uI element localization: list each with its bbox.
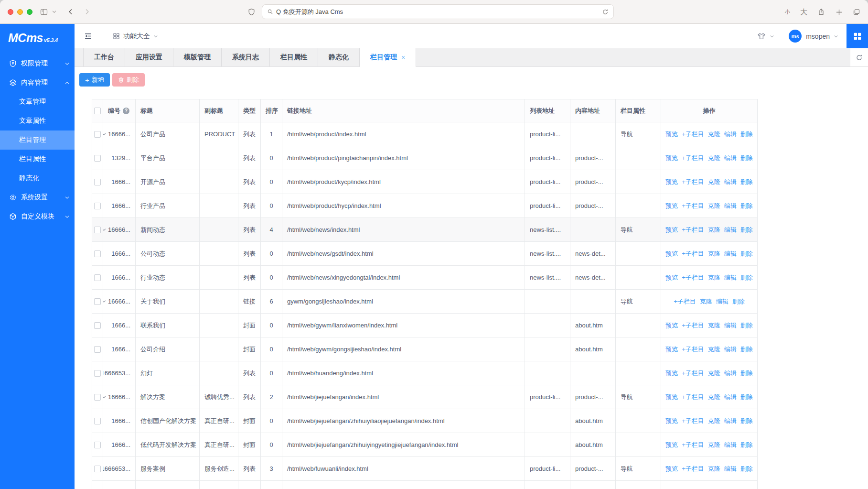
expand-chevron-icon[interactable] [103,227,107,232]
row-action-add_child[interactable]: +子栏目 [682,441,704,448]
row-checkbox[interactable] [94,442,101,448]
row-action-edit[interactable]: 编辑 [716,298,729,305]
tab-3[interactable]: 系统日志 [222,48,270,66]
row-checkbox[interactable] [94,322,101,329]
row-action-edit[interactable]: 编辑 [724,369,737,377]
avatar[interactable]: ms [789,30,802,43]
row-action-clone[interactable]: 克隆 [708,393,720,401]
row-action-edit[interactable]: 编辑 [724,178,737,185]
privacy-shield-icon[interactable] [248,8,255,16]
row-action-clone[interactable]: 克隆 [700,298,712,305]
row-action-delete[interactable]: 删除 [740,250,753,257]
row-action-clone[interactable]: 克隆 [708,322,720,329]
row-action-add_child[interactable]: +子栏目 [682,130,704,138]
row-action-add_child[interactable]: +子栏目 [682,250,704,257]
sidebar-subitem-1-1[interactable]: 文章属性 [0,111,75,130]
row-action-preview[interactable]: 预览 [665,346,678,353]
forward-icon[interactable] [84,8,90,15]
row-action-preview[interactable]: 预览 [665,417,678,424]
row-action-edit[interactable]: 编辑 [724,346,737,353]
row-action-edit[interactable]: 编辑 [724,322,737,329]
row-checkbox[interactable] [94,298,101,305]
row-checkbox[interactable] [94,179,101,185]
row-action-add_child[interactable]: +子栏目 [682,154,704,162]
row-action-delete[interactable]: 删除 [740,178,753,185]
row-action-add_child[interactable]: +子栏目 [682,465,704,472]
row-action-add_child[interactable]: +子栏目 [682,322,704,329]
close-tab-icon[interactable]: × [401,54,405,61]
sidebar-item-0[interactable]: 权限管理 [0,54,75,73]
row-action-clone[interactable]: 克隆 [708,417,720,424]
row-checkbox[interactable] [94,418,101,424]
row-action-edit[interactable]: 编辑 [724,465,737,472]
row-checkbox[interactable] [94,370,101,377]
row-action-preview[interactable]: 预览 [665,202,678,209]
row-action-edit[interactable]: 编辑 [724,154,737,162]
row-action-edit[interactable]: 编辑 [724,441,737,448]
expand-chevron-icon[interactable] [103,394,107,400]
row-checkbox[interactable] [94,227,101,233]
row-action-preview[interactable]: 预览 [665,369,678,377]
sidebar-item-1[interactable]: 内容管理 [0,73,75,92]
expand-chevron-icon[interactable] [103,131,107,137]
app-grid-button[interactable] [847,24,868,48]
refresh-tab-button[interactable] [850,48,868,66]
tab-0[interactable]: 工作台 [83,48,125,66]
fullscreen-window-button[interactable] [27,9,32,15]
row-action-delete[interactable]: 删除 [740,322,753,329]
add-button[interactable]: + 新增 [79,73,110,87]
row-action-delete[interactable]: 删除 [740,465,753,472]
row-action-preview[interactable]: 预览 [665,393,678,401]
tab-2[interactable]: 模版管理 [173,48,222,66]
address-bar[interactable]: Q 免疫开源的 Java Cms [262,4,614,19]
new-tab-icon[interactable] [835,9,843,16]
back-icon[interactable] [67,8,74,15]
row-action-add_child[interactable]: +子栏目 [682,226,704,233]
menu-all-features[interactable]: 功能大全 [113,32,158,41]
row-action-delete[interactable]: 删除 [740,202,753,209]
sidebar-subitem-1-2[interactable]: 栏目管理 [0,130,75,150]
row-action-clone[interactable]: 克隆 [708,202,720,209]
row-action-add_child[interactable]: +子栏目 [682,346,704,353]
row-action-clone[interactable]: 克隆 [708,250,720,257]
sidebar-item-2[interactable]: 系统设置 [0,188,75,207]
tab-4[interactable]: 栏目属性 [270,48,318,66]
row-action-preview[interactable]: 预览 [665,130,678,138]
row-action-add_child[interactable]: +子栏目 [674,298,696,305]
row-action-edit[interactable]: 编辑 [724,130,737,138]
row-action-preview[interactable]: 预览 [665,322,678,329]
sidebar-subitem-1-3[interactable]: 栏目属性 [0,150,75,169]
row-action-delete[interactable]: 删除 [740,346,753,353]
row-action-delete[interactable]: 删除 [740,393,753,401]
row-action-add_child[interactable]: +子栏目 [682,202,704,209]
row-action-clone[interactable]: 克隆 [708,369,720,377]
row-checkbox[interactable] [94,394,101,401]
row-action-clone[interactable]: 克隆 [708,465,720,472]
row-action-edit[interactable]: 编辑 [724,202,737,209]
select-all-checkbox[interactable] [94,108,101,114]
row-action-edit[interactable]: 编辑 [724,417,737,424]
minimize-window-button[interactable] [17,9,23,15]
sidebar-item-3[interactable]: 自定义模块 [0,207,75,226]
row-action-preview[interactable]: 预览 [665,154,678,162]
theme-tshirt-icon[interactable] [757,32,766,41]
expand-chevron-icon[interactable] [103,299,107,304]
close-window-button[interactable] [8,9,13,15]
row-checkbox[interactable] [94,274,101,281]
row-action-preview[interactable]: 预览 [665,178,678,185]
row-action-clone[interactable]: 克隆 [708,274,720,281]
reload-icon[interactable] [602,9,609,15]
text-larger-button[interactable]: 大 [800,8,807,17]
row-action-clone[interactable]: 克隆 [708,346,720,353]
row-action-delete[interactable]: 删除 [732,298,745,305]
row-action-preview[interactable]: 预览 [665,250,678,257]
row-checkbox[interactable] [94,346,101,353]
row-action-preview[interactable]: 预览 [665,465,678,472]
row-action-clone[interactable]: 克隆 [708,441,720,448]
sidebar-subitem-1-0[interactable]: 文章管理 [0,92,75,111]
row-action-preview[interactable]: 预览 [665,441,678,448]
row-action-edit[interactable]: 编辑 [724,250,737,257]
row-action-delete[interactable]: 删除 [740,369,753,377]
row-action-delete[interactable]: 删除 [740,154,753,162]
row-action-add_child[interactable]: +子栏目 [682,178,704,185]
